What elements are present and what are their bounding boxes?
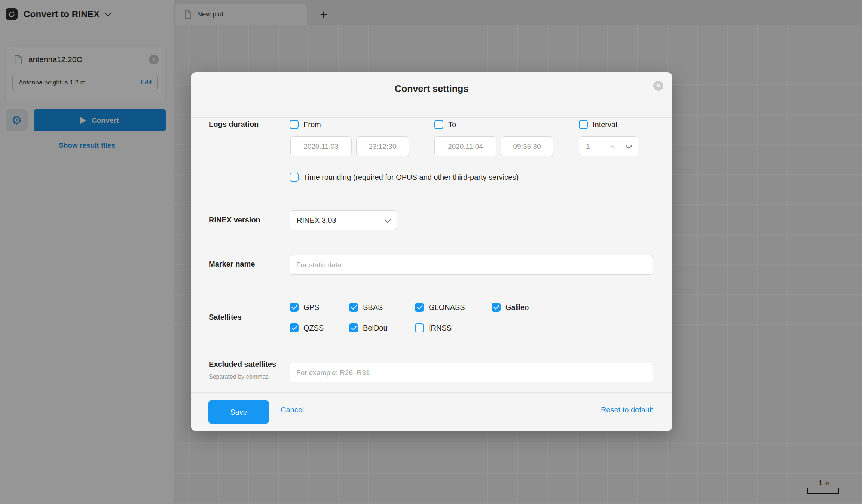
cancel-link[interactable]: Cancel xyxy=(281,406,304,414)
from-label: From xyxy=(303,120,321,129)
from-checkbox[interactable]: From xyxy=(290,120,321,129)
rinex-version-label: RINEX version xyxy=(209,216,260,224)
chevron-down-icon xyxy=(385,216,391,223)
interval-checkbox[interactable]: Interval xyxy=(579,120,617,129)
interval-value: 1 xyxy=(586,142,590,151)
satellite-checkbox-qzss[interactable]: QZSS xyxy=(290,323,349,332)
to-time-field[interactable]: 09:35:30 xyxy=(501,136,553,156)
checkbox-icon xyxy=(579,120,588,129)
from-time-field[interactable]: 23:12:30 xyxy=(356,136,409,156)
checkbox-icon xyxy=(290,303,299,312)
reset-to-default-link[interactable]: Reset to default xyxy=(601,406,653,414)
marker-name-input[interactable] xyxy=(290,255,653,275)
satellite-checkbox-galileo[interactable]: Galileo xyxy=(492,303,529,312)
satellite-label: Galileo xyxy=(505,303,529,312)
to-checkbox[interactable]: To xyxy=(434,120,456,129)
satellite-label: GPS xyxy=(303,303,319,312)
excluded-satellites-label: Excluded satellites xyxy=(209,360,276,369)
checkbox-icon xyxy=(492,303,501,312)
satellite-checkbox-gps[interactable]: GPS xyxy=(290,303,349,312)
checkbox-icon xyxy=(434,120,443,129)
excluded-satellites-input[interactable] xyxy=(290,363,653,382)
convert-settings-dialog: Convert settings × Logs duration From To… xyxy=(191,72,672,431)
satellite-label: SBAS xyxy=(363,303,383,312)
checkbox-icon xyxy=(349,323,358,332)
satellite-label: QZSS xyxy=(303,324,324,332)
checkbox-icon xyxy=(290,173,299,182)
rinex-version-value: RINEX 3.03 xyxy=(297,216,336,225)
satellite-label: IRNSS xyxy=(429,324,452,332)
interval-label: Interval xyxy=(593,120,617,129)
time-rounding-label: Time rounding (required for OPUS and oth… xyxy=(303,173,519,182)
time-rounding-checkbox[interactable]: Time rounding (required for OPUS and oth… xyxy=(290,173,519,182)
satellites-row-2: QZSSBeiDouIRNSS xyxy=(290,323,492,332)
checkbox-icon xyxy=(415,303,424,312)
interval-unit-dropdown[interactable] xyxy=(620,145,638,148)
to-date-field[interactable]: 2020.11.04 xyxy=(434,136,496,156)
satellite-checkbox-beidou[interactable]: BeiDou xyxy=(349,323,415,332)
rinex-version-select[interactable]: RINEX 3.03 xyxy=(290,210,397,230)
interval-field[interactable]: 1 s xyxy=(579,136,638,156)
satellites-row-1: GPSSBASGLONASSGalileo xyxy=(290,303,529,312)
dialog-title: Convert settings xyxy=(191,83,672,94)
to-label: To xyxy=(448,120,456,129)
checkbox-icon xyxy=(349,303,358,312)
logs-duration-label: Logs duration xyxy=(209,120,259,129)
excluded-satellites-sublabel: Separated by commas xyxy=(209,374,269,380)
satellite-label: BeiDou xyxy=(363,324,388,332)
checkbox-icon xyxy=(290,120,299,129)
satellite-checkbox-glonass[interactable]: GLONASS xyxy=(415,303,492,312)
interval-unit: s xyxy=(611,142,614,150)
satellite-checkbox-irnss[interactable]: IRNSS xyxy=(415,323,492,332)
dialog-header xyxy=(191,72,672,118)
close-dialog-button[interactable]: × xyxy=(653,81,663,91)
from-date-field[interactable]: 2020.11.03 xyxy=(290,136,352,156)
marker-name-label: Marker name xyxy=(209,260,255,268)
checkbox-icon xyxy=(290,323,299,332)
satellites-label: Satellites xyxy=(209,313,242,322)
save-button[interactable]: Save xyxy=(208,400,269,424)
satellite-checkbox-sbas[interactable]: SBAS xyxy=(349,303,415,312)
chevron-down-icon xyxy=(626,142,632,149)
checkbox-icon xyxy=(415,323,424,332)
app-window: Convert to RINEX antenna12.20O × Antenna… xyxy=(0,0,862,504)
satellite-label: GLONASS xyxy=(429,303,465,312)
